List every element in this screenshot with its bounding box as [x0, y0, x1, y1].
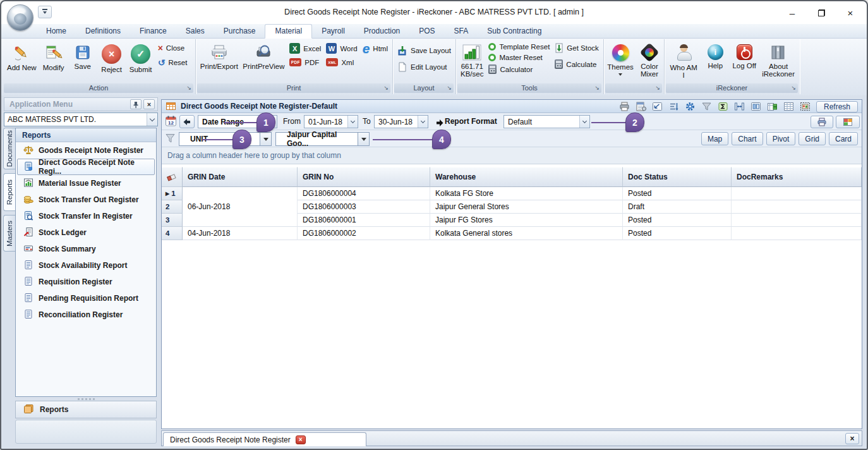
settings-gear-icon[interactable] — [684, 101, 696, 112]
add-new-button[interactable]: Add New — [4, 42, 39, 71]
from-date-dropdown[interactable]: 01-Jun-18 — [304, 115, 358, 128]
sidebar-item-goods-receipt-note-register[interactable]: Goods Receipt Note Register — [17, 142, 155, 159]
sidebar-item-requisition-register[interactable]: Requisition Register — [17, 274, 155, 290]
themes-button[interactable]: Themes — [606, 42, 635, 78]
company-selector[interactable]: ABC MATRESS PVT LTD. — [4, 113, 158, 126]
close-button[interactable]: × — [841, 6, 859, 19]
help-button[interactable]: i Help — [701, 42, 730, 70]
calculator-button[interactable]: Calculator — [488, 64, 550, 74]
sidebar-item-stock-ledger[interactable]: Stock Ledger — [17, 224, 155, 241]
sidebar-item-material-issue-register[interactable]: Material Issue Register — [17, 175, 155, 192]
submit-button[interactable]: ✓ Submit — [126, 42, 155, 73]
column-header-doc-status[interactable]: Doc Status — [623, 167, 732, 187]
sidebar-tab-reports[interactable]: Reports — [3, 173, 15, 211]
sidebar-item-stock-summary[interactable]: Stock Summary — [17, 241, 155, 257]
template-reset-button[interactable]: Template Reset — [488, 43, 550, 51]
group-by-bar[interactable]: Drag a column header here to group by th… — [162, 147, 862, 164]
sidebar-item-stock-transfer-out-register[interactable]: Stock Transfer Out Register — [17, 192, 155, 208]
color-mixer-button[interactable]: Color Mixer — [635, 42, 664, 78]
tab-purchase[interactable]: Purchase — [214, 25, 265, 38]
html-button[interactable]: e Html — [363, 43, 388, 54]
tab-sub-contracting[interactable]: Sub Contracting — [478, 25, 551, 38]
column-header-grin-no[interactable]: GRIN No — [298, 167, 430, 187]
column-chooser-icon[interactable] — [766, 101, 778, 112]
tab-finance[interactable]: Finance — [130, 25, 176, 38]
card-view-button[interactable]: Card — [829, 132, 858, 145]
dialog-launcher-icon[interactable] — [446, 86, 452, 92]
tab-definitions[interactable]: Definitions — [76, 25, 130, 38]
get-stock-button[interactable]: Get Stock — [555, 43, 599, 53]
table-row[interactable]: ▶1 06-Jun-2018 DG1806000004 Kolkata FG S… — [162, 187, 862, 200]
restore-button[interactable] — [812, 6, 830, 19]
dialog-launcher-icon[interactable] — [186, 86, 191, 92]
reset-button[interactable]: ↺ Reset — [158, 58, 188, 68]
tab-production[interactable]: Production — [354, 25, 409, 38]
previous-arrow-button[interactable] — [179, 115, 195, 128]
calculate-button[interactable]: Calculate — [555, 59, 599, 69]
report-format-dropdown[interactable]: Default — [503, 115, 590, 128]
log-off-button[interactable]: Log Off — [730, 42, 759, 70]
minimize-button[interactable]: – — [783, 6, 801, 19]
to-date-dropdown[interactable]: 30-Jun-18 — [374, 115, 428, 128]
pivot-view-button[interactable]: Pivot — [766, 132, 796, 145]
sidebar-tab-masters[interactable]: Masters — [3, 215, 15, 252]
tab-payroll[interactable]: Payroll — [312, 25, 354, 38]
grid-view-icon[interactable] — [783, 101, 795, 112]
sort-order-icon[interactable] — [668, 101, 680, 112]
pdf-button[interactable]: PDF PDF — [289, 58, 321, 66]
sidebar-item-direct-goods-receipt-note-register[interactable]: Direct Goods Receipt Note Regi... — [17, 159, 155, 175]
filter-funnel-icon[interactable] — [701, 101, 713, 112]
close-all-tabs-button[interactable]: × — [845, 433, 859, 444]
tab-sales[interactable]: Sales — [176, 25, 214, 38]
close-action-button[interactable]: × Close — [158, 43, 188, 53]
warehouse-dropdown[interactable]: Jaipur Capital Goo... — [275, 132, 370, 146]
summary-sigma-icon[interactable] — [717, 101, 729, 112]
navigator-icon[interactable] — [651, 101, 663, 112]
table-row[interactable]: 4 04-Jun-2018 DG1806000002 Kolkata Gener… — [162, 227, 862, 240]
column-header-docremarks[interactable]: DocRemarks — [732, 167, 862, 187]
reports-stack-button[interactable]: Reports — [15, 401, 157, 418]
print-icon[interactable] — [618, 101, 630, 112]
excel-button[interactable]: X Excel — [289, 43, 321, 54]
app-logo-icon[interactable] — [7, 4, 33, 31]
tab-sfa[interactable]: SFA — [445, 25, 478, 38]
save-button[interactable]: Save — [68, 42, 97, 70]
who-am-i-button[interactable]: Who AM I — [666, 42, 701, 79]
tab-material[interactable]: Material — [265, 24, 312, 39]
tab-pos[interactable]: POS — [409, 25, 444, 38]
tab-home[interactable]: Home — [37, 25, 76, 38]
close-panel-button[interactable]: × — [143, 99, 155, 109]
sidebar-item-stock-transfer-in-register[interactable]: Stock Transfer In Register — [17, 208, 155, 224]
sidebar-item-pending-requisition-report[interactable]: Pending Requisition Report — [17, 290, 155, 307]
close-tab-icon[interactable]: × — [296, 435, 306, 444]
print-preview-button[interactable]: PrintPreView — [241, 42, 287, 70]
print-report-button[interactable] — [811, 116, 833, 128]
quick-access-dropdown[interactable] — [38, 6, 52, 18]
sidebar-tab-documents[interactable]: Documents — [3, 128, 15, 169]
dialog-launcher-icon[interactable] — [383, 86, 389, 92]
chart-view-button[interactable]: Chart — [732, 132, 763, 145]
network-speed-button[interactable]: 661.71 KB/sec — [458, 42, 486, 78]
modify-button[interactable]: Modify — [39, 42, 68, 71]
export-grid-button[interactable] — [836, 116, 860, 128]
grid-view-button[interactable]: Grid — [799, 132, 826, 145]
clear-filter-header[interactable] — [162, 167, 183, 187]
master-reset-button[interactable]: Master Reset — [488, 54, 550, 61]
about-ireckoner-button[interactable]: About iReckoner — [759, 42, 798, 78]
dialog-launcher-icon[interactable] — [594, 86, 600, 92]
edit-layout-button[interactable]: Edit Layout — [397, 62, 451, 72]
word-button[interactable]: W Word — [326, 43, 357, 54]
map-view-button[interactable]: Map — [701, 132, 728, 145]
document-tab[interactable]: Direct Goods Receipt Note Register × — [163, 432, 366, 446]
sidebar-item-reconciliation-register[interactable]: Reconciliation Register — [17, 307, 155, 323]
column-header-grin-date[interactable]: GRIN Date — [183, 167, 298, 187]
snapshot-icon[interactable] — [799, 101, 811, 112]
xml-button[interactable]: XML Xml — [326, 58, 357, 66]
pin-button[interactable] — [130, 99, 142, 109]
best-fit-icon[interactable] — [750, 101, 762, 112]
refresh-button[interactable]: Refresh — [816, 101, 858, 113]
dialog-launcher-icon[interactable] — [790, 86, 796, 92]
sidebar-item-stock-availability-report[interactable]: Stock Availability Report — [17, 257, 155, 274]
save-layout-button[interactable]: Save Layout — [397, 46, 451, 56]
column-width-icon[interactable] — [733, 101, 745, 112]
